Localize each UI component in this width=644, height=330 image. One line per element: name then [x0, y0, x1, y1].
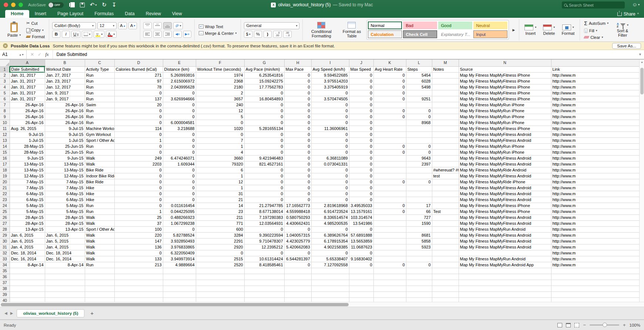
cell[interactable]: 0 [244, 132, 284, 138]
cell[interactable]: Swim [85, 102, 114, 108]
cell[interactable]: 0 [114, 250, 163, 256]
insert-dropdown-arrow[interactable]: ▾ [535, 26, 536, 29]
cell[interactable]: 0 [311, 179, 349, 185]
cell[interactable]: 0 [373, 209, 406, 215]
cell[interactable] [406, 250, 432, 256]
cell[interactable]: 2.043995628 [163, 84, 196, 90]
cell[interactable]: 13.5653859 [349, 239, 373, 244]
cell[interactable] [45, 268, 85, 274]
cell[interactable]: 6.36811089 [311, 156, 349, 161]
cancel-entry-icon[interactable]: ✕ [30, 52, 34, 57]
cell[interactable]: Map My Fitness MapMyFitness Android [459, 244, 551, 250]
cell[interactable]: Jan. 6, 2015 [10, 233, 45, 239]
cell[interactable] [85, 292, 114, 298]
column-header-A[interactable]: A [10, 60, 45, 66]
cell[interactable]: 100 [114, 227, 163, 233]
cell[interactable] [114, 280, 163, 286]
row-header-1[interactable]: 1 [0, 66, 10, 73]
format-cells-button[interactable]: ▾ Format [559, 24, 577, 36]
cell[interactable]: 220 [114, 233, 163, 239]
column-header-H[interactable]: H [284, 60, 311, 66]
cell[interactable]: http://www.m [551, 114, 640, 120]
cell[interactable]: 0 [373, 90, 406, 96]
cell[interactable] [373, 268, 406, 274]
cell[interactable]: 2368 [196, 79, 244, 84]
cell[interactable]: 0 [284, 144, 311, 150]
style-chip-good[interactable]: Good [438, 21, 472, 29]
cell[interactable]: 0 [114, 120, 163, 126]
cell[interactable]: 14 [196, 203, 244, 209]
cell[interactable] [349, 268, 373, 274]
cell[interactable] [373, 286, 406, 292]
cell[interactable] [373, 197, 406, 203]
cell[interactable]: 25-Jun-15 [45, 150, 85, 156]
cell[interactable]: 5-May-15 [45, 209, 85, 215]
cell[interactable] [114, 268, 163, 274]
cell[interactable]: 57.6891888 [349, 233, 373, 239]
customize-toolbar-button[interactable]: ↧ [112, 1, 117, 8]
cell[interactable]: 6.389626764 [311, 233, 349, 239]
cell[interactable]: http://www.m [551, 150, 640, 156]
cell[interactable]: 1 [196, 185, 244, 191]
cell[interactable]: 0 [163, 108, 196, 114]
row-header-24[interactable]: 24 [0, 203, 10, 209]
cell[interactable]: 3284 [196, 233, 244, 239]
cell[interactable]: 0 [284, 150, 311, 156]
cell[interactable]: Run [85, 108, 114, 114]
cell[interactable]: 5-May-15 [10, 209, 45, 215]
cell[interactable] [432, 298, 459, 302]
cell[interactable] [432, 73, 459, 79]
cell[interactable]: 600 [196, 227, 244, 233]
undo-button[interactable]: ↶▾ [90, 1, 97, 8]
cell[interactable] [349, 298, 373, 302]
row-header-39[interactable]: 39 [0, 292, 10, 298]
cell[interactable]: 9643 [406, 156, 432, 161]
cell[interactable]: 6-May-15 [10, 191, 45, 197]
row-header-11[interactable]: 11 [0, 126, 10, 132]
cell[interactable]: 0 [349, 96, 373, 102]
cell[interactable]: 11.0687623 [349, 244, 373, 250]
cell[interactable]: 0 [311, 173, 349, 179]
cell[interactable]: 0 [244, 250, 284, 256]
cell[interactable]: 3660 [196, 156, 244, 161]
comma-format-button[interactable]: ) [264, 31, 272, 38]
cell[interactable]: 0 [244, 179, 284, 185]
cell[interactable]: Indoor Bike Ride [85, 173, 114, 179]
cell[interactable] [459, 286, 551, 292]
autosum-dropdown-arrow[interactable]: ▾ [607, 21, 608, 25]
cell[interactable]: 3.975514203 [311, 79, 349, 84]
cell[interactable] [432, 150, 459, 156]
zoom-slider[interactable] [590, 324, 619, 326]
cell[interactable]: 13.1579161 [349, 209, 373, 215]
cell[interactable]: 0 [163, 102, 196, 108]
cell[interactable]: Map My Fitness MapMyRun Android [459, 256, 551, 262]
cell[interactable] [406, 132, 432, 138]
cell[interactable]: 1.067299238 [163, 221, 196, 227]
cell[interactable]: 12-May-15 [10, 173, 45, 179]
cell[interactable] [373, 221, 406, 227]
cell[interactable] [406, 268, 432, 274]
save-as-button[interactable]: Save As... [612, 43, 641, 49]
cell[interactable]: Map My Fitness MapMyFitness Android [459, 161, 551, 167]
cell[interactable]: 17.16562773 [284, 203, 311, 209]
tab-insert[interactable]: Insert [29, 10, 52, 18]
cell[interactable] [244, 280, 284, 286]
cell[interactable] [432, 156, 459, 161]
cell[interactable]: Dec. 18, 2014 [45, 250, 85, 256]
cell[interactable]: 3.976833865 [163, 244, 196, 250]
cell[interactable]: 8968 [406, 120, 432, 126]
cell[interactable] [459, 280, 551, 286]
cell[interactable]: 0 [406, 262, 432, 268]
row-header-14[interactable]: 14 [0, 144, 10, 150]
header-cell[interactable]: Avg Speed (km/h) [311, 66, 349, 73]
cell[interactable]: 0 [284, 191, 311, 197]
cell[interactable] [373, 156, 406, 161]
cell[interactable] [244, 286, 284, 292]
align-top-button[interactable] [143, 22, 152, 29]
cell[interactable]: Map My Fitness MapMyRun iPhone [459, 102, 551, 108]
cell[interactable]: 2520 [196, 262, 244, 268]
cell[interactable]: http://www.m [551, 144, 640, 150]
cell[interactable]: 0 [373, 150, 406, 156]
cell[interactable]: 0 [284, 102, 311, 108]
cell[interactable]: Map My Fitness MapMyFitness iPhone [459, 209, 551, 215]
